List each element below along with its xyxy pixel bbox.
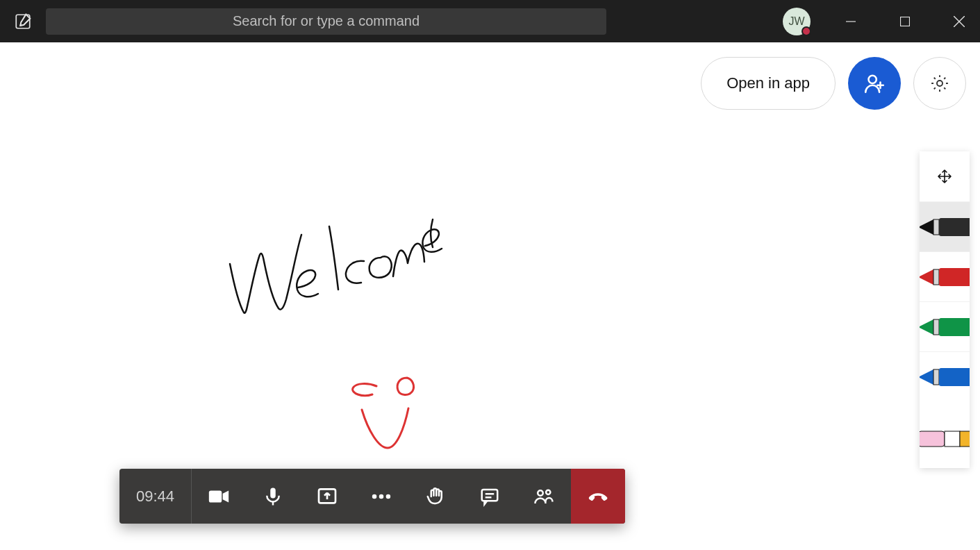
open-in-app-label: Open in app — [726, 74, 810, 92]
svg-marker-12 — [920, 269, 933, 285]
blue-pen[interactable] — [920, 351, 970, 401]
svg-point-30 — [379, 494, 384, 499]
elapsed-time: 09:44 — [136, 488, 174, 506]
window-close-button[interactable] — [938, 0, 980, 42]
svg-point-5 — [869, 76, 877, 83]
ellipsis-icon — [369, 485, 393, 508]
svg-point-29 — [372, 494, 377, 499]
pen-icon-blue — [920, 367, 970, 388]
svg-rect-14 — [939, 268, 970, 286]
minimize-icon — [846, 17, 856, 26]
eraser-tool[interactable] — [920, 414, 970, 464]
svg-marker-15 — [920, 319, 933, 335]
window-minimize-button[interactable] — [830, 0, 872, 42]
search-input[interactable]: Search for or type a command — [46, 8, 606, 35]
pen-icon-red — [920, 267, 970, 288]
svg-marker-18 — [920, 369, 933, 385]
more-options-button[interactable] — [354, 469, 408, 524]
open-in-app-button[interactable]: Open in app — [701, 57, 836, 110]
window-maximize-button[interactable] — [884, 0, 926, 42]
people-icon — [533, 486, 554, 507]
svg-marker-25 — [223, 490, 229, 502]
svg-rect-24 — [209, 490, 222, 502]
avatar[interactable]: JW — [783, 8, 811, 35]
compose-button[interactable] — [13, 11, 33, 32]
meeting-timer: 09:44 — [119, 469, 192, 524]
add-person-icon — [863, 72, 886, 95]
close-icon — [954, 16, 965, 27]
share-icon — [316, 485, 338, 508]
participants-button[interactable] — [517, 469, 571, 524]
eraser-icon — [920, 428, 970, 449]
svg-rect-16 — [933, 319, 939, 335]
svg-rect-19 — [933, 369, 939, 385]
svg-rect-23 — [960, 431, 970, 447]
whiteboard-controls: Open in app — [701, 57, 966, 110]
microphone-icon — [263, 486, 283, 507]
svg-rect-17 — [939, 318, 970, 336]
svg-point-8 — [937, 81, 942, 86]
hang-up-icon — [585, 484, 611, 509]
video-icon — [207, 485, 231, 508]
svg-rect-13 — [933, 269, 939, 285]
svg-rect-22 — [945, 431, 960, 447]
svg-rect-20 — [939, 368, 970, 386]
meeting-control-bar: 09:44 — [119, 469, 625, 524]
chat-icon — [479, 486, 500, 507]
red-pen[interactable] — [920, 251, 970, 301]
share-screen-button[interactable] — [300, 469, 354, 524]
whiteboard-settings-button[interactable] — [913, 57, 966, 110]
compose-icon — [14, 12, 32, 31]
titlebar: Search for or type a command JW — [0, 0, 980, 42]
raise-hand-icon — [425, 486, 446, 507]
pen-icon-green — [920, 317, 970, 338]
svg-rect-26 — [270, 488, 276, 498]
handwriting-welcome — [230, 219, 442, 313]
svg-rect-32 — [482, 490, 498, 501]
chat-button[interactable] — [463, 469, 517, 524]
move-icon — [936, 168, 953, 185]
svg-rect-11 — [939, 218, 970, 236]
pen-icon-black — [920, 217, 970, 238]
svg-rect-2 — [901, 17, 910, 26]
green-pen[interactable] — [920, 301, 970, 351]
black-pen[interactable] — [920, 201, 970, 251]
maximize-icon — [900, 17, 910, 26]
presence-badge — [802, 26, 811, 36]
mic-toggle-button[interactable] — [246, 469, 300, 524]
add-participant-button[interactable] — [848, 57, 901, 110]
hang-up-button[interactable] — [571, 469, 625, 524]
search-placeholder-text: Search for or type a command — [233, 13, 420, 29]
pen-toolbar — [920, 151, 970, 468]
avatar-initials: JW — [788, 15, 804, 28]
handwriting-smiley — [353, 378, 414, 448]
move-tool[interactable] — [920, 151, 970, 201]
svg-point-36 — [546, 490, 550, 494]
svg-rect-21 — [920, 431, 945, 447]
svg-marker-9 — [920, 219, 933, 235]
raise-hand-button[interactable] — [408, 469, 463, 524]
camera-toggle-button[interactable] — [192, 469, 246, 524]
gear-icon — [929, 73, 950, 94]
svg-point-31 — [386, 494, 391, 499]
svg-rect-10 — [933, 219, 939, 235]
svg-point-35 — [538, 490, 543, 496]
